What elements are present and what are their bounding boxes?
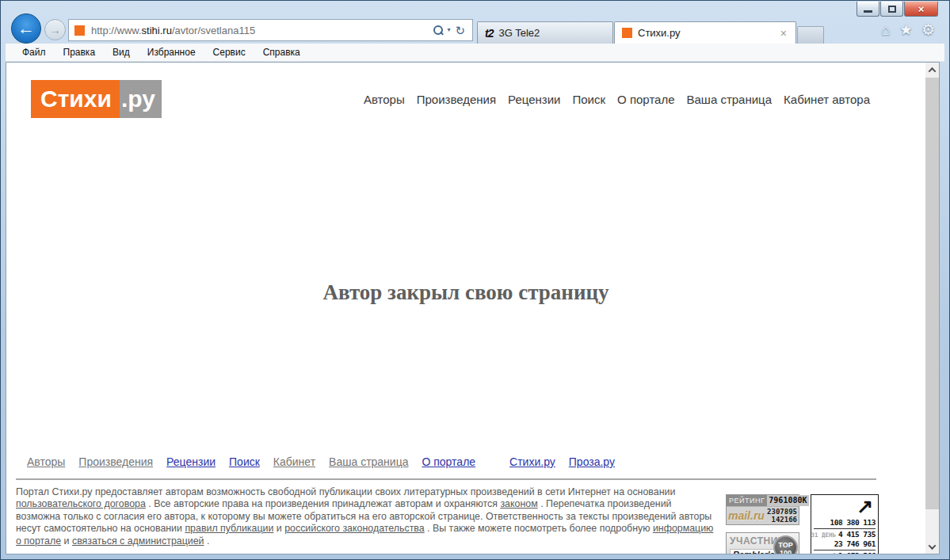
rambler-top100-circle: TOP 100: [773, 535, 798, 554]
footer-text-segment: .: [207, 535, 209, 547]
footer-text-segment: законом: [500, 498, 537, 509]
mailru-counter-1: 2307895: [767, 508, 797, 516]
bottom-nav-link[interactable]: Стихи.ру: [509, 455, 555, 468]
footer-text: Портал Стихи.ру предоставляет авторам во…: [16, 486, 715, 554]
vertical-scrollbar[interactable]: [925, 63, 939, 554]
mailru-badge-bottom: mail.ru 2307895 142166: [727, 507, 799, 524]
menu-bar: Файл Правка Вид Избранное Сервис Справка: [6, 44, 944, 62]
liveinternet-stat-value: 1 073 566: [838, 551, 876, 554]
close-icon: ×: [918, 3, 925, 15]
bottom-nav: Авторы Произведения Рецензии Поиск Кабин…: [27, 455, 925, 468]
scrollbar-thumb[interactable]: [925, 78, 939, 509]
browser-window: × ← → http://www.stihi.ru/avtor/svetlana…: [0, 0, 950, 560]
minimize-icon: [864, 10, 872, 13]
menu-item[interactable]: Сервис: [204, 44, 254, 60]
mailru-rating-value: 7961080K: [767, 495, 808, 506]
forward-button[interactable]: →: [44, 19, 66, 40]
mailru-rating-label: РЕЙТИНГ: [727, 495, 767, 506]
stihi-logo[interactable]: Стихи .ру: [31, 80, 162, 118]
page-title: Автор закрыл свою страницу: [6, 280, 925, 305]
top-nav-item[interactable]: Кабинет автора: [784, 93, 870, 106]
refresh-icon[interactable]: ↻: [452, 25, 468, 36]
search-dropdown-icon[interactable]: ▾: [445, 27, 452, 33]
bottom-nav-link[interactable]: Ваша страница: [329, 455, 408, 468]
liveinternet-arrow-icon: ↗: [814, 496, 876, 516]
favorites-star-icon[interactable]: ★: [899, 22, 913, 38]
footer-text-segment: связаться с администрацией: [72, 535, 204, 547]
bottom-nav-link[interactable]: Проза.ру: [569, 455, 615, 468]
tab-close-icon[interactable]: ×: [779, 27, 788, 40]
menu-item[interactable]: Справка: [254, 44, 309, 60]
footer-text-segment: Портал Стихи.ру предоставляет авторам во…: [16, 486, 675, 497]
liveinternet-stat-row: 31 ДЕНЬ 4 415 735: [814, 528, 876, 539]
home-icon[interactable]: ⌂: [881, 22, 890, 38]
forward-arrow-icon: →: [49, 23, 61, 36]
chevron-up-icon: [929, 67, 937, 74]
tele2-logo-icon: t2: [485, 27, 493, 40]
liveinternet-stat-value: 108 380 113: [830, 518, 876, 527]
footer-text-segment: . Все авторские права на произведения пр…: [148, 498, 500, 509]
tab-stihi-ru[interactable]: Стихи.ру ×: [614, 21, 796, 44]
menu-item[interactable]: Избранное: [139, 44, 204, 60]
maximize-icon: [888, 6, 896, 13]
menu-item[interactable]: Вид: [104, 44, 139, 60]
liveinternet-stat-value: 23 746 961: [834, 539, 876, 548]
address-bar[interactable]: http://www.stihi.ru/avtor/svetlana115 ▾ …: [68, 19, 473, 41]
bottom-nav-link[interactable]: Произведения: [78, 455, 153, 468]
menu-item[interactable]: Файл: [13, 44, 55, 60]
top-nav-item[interactable]: Рецензии: [508, 93, 560, 106]
new-tab-button[interactable]: [797, 26, 824, 44]
site-favicon: [74, 25, 85, 36]
liveinternet-counter-badge[interactable]: ↗ 108 380 113 31 ДЕНЬ 4 415 735: [811, 494, 879, 554]
footer-text-segment: и: [277, 523, 284, 534]
bottom-nav-link[interactable]: Кабинет: [273, 455, 315, 468]
liveinternet-stat-row: 07 ДНЕЙ 1 073 566: [814, 550, 876, 554]
top-nav-item[interactable]: Ваша страница: [687, 93, 773, 106]
bottom-nav-link[interactable]: О портале: [422, 455, 475, 468]
liveinternet-stat-row: 108 380 113: [814, 518, 876, 527]
back-button[interactable]: ←: [11, 13, 41, 44]
mailru-counter-2: 142166: [767, 516, 797, 524]
rambler-top-label: TOP: [775, 541, 796, 549]
mailru-logo: mail.ru: [727, 509, 765, 523]
menu-item[interactable]: Правка: [55, 44, 105, 60]
tab-label: 3G Tele2: [498, 27, 540, 39]
footer-text-segment: . Вы также можете посмотреть более подро…: [427, 523, 653, 534]
url-text[interactable]: http://www.stihi.ru/avtor/svetlana115: [91, 25, 255, 36]
logo-secondary: .ру: [120, 80, 162, 118]
footer-text-segment: правил публикации: [185, 523, 273, 534]
top-nav-item[interactable]: Произведения: [417, 93, 496, 106]
tab-3g-tele2[interactable]: t2 3G Tele2: [477, 21, 613, 44]
top-nav-item[interactable]: Поиск: [572, 93, 605, 106]
window-controls: ×: [856, 2, 938, 17]
search-icon[interactable]: [432, 25, 444, 36]
logo-primary: Стихи: [31, 80, 120, 118]
badge-column: РЕЙТИНГ 7961080K mail.ru 2307895 142166: [726, 494, 801, 554]
footer-paragraph-1: Портал Стихи.ру предоставляет авторам во…: [16, 486, 715, 547]
chevron-down-icon: [929, 542, 937, 550]
liveinternet-stat-label: 07 ДНЕЙ: [811, 552, 836, 554]
url-path: /avtor/svetlana115: [172, 25, 255, 36]
scroll-down-button[interactable]: [925, 539, 939, 554]
liveinternet-stat-row: 23 746 961: [814, 539, 876, 548]
footer: Портал Стихи.ру предоставляет авторам во…: [16, 486, 916, 554]
back-arrow-icon: ←: [17, 18, 35, 39]
bottom-nav-link[interactable]: Поиск: [229, 455, 260, 468]
bottom-nav-link[interactable]: Авторы: [27, 455, 65, 468]
url-scheme: http://www.: [91, 25, 142, 36]
top-nav-item[interactable]: Авторы: [364, 93, 405, 106]
footer-divider: [16, 478, 876, 480]
scroll-up-button[interactable]: [925, 63, 939, 77]
mailru-badge-top: РЕЙТИНГ 7961080K: [727, 495, 799, 507]
settings-gear-icon[interactable]: ⚙: [921, 22, 935, 38]
rambler-brand: Rambler's: [730, 549, 778, 554]
maximize-button[interactable]: [880, 2, 903, 17]
close-button[interactable]: ×: [904, 2, 938, 17]
mailru-rating-badge[interactable]: РЕЙТИНГ 7961080K mail.ru 2307895 142166: [726, 494, 799, 525]
top-nav-item[interactable]: О портале: [617, 93, 674, 106]
footer-text-segment: и: [64, 535, 72, 547]
minimize-button[interactable]: [857, 2, 879, 17]
tab-bar: t2 3G Tele2 Стихи.ру ×: [477, 21, 824, 44]
bottom-nav-link[interactable]: Рецензии: [166, 455, 216, 468]
rambler-top100-badge[interactable]: УЧАСТНИК Rambler's TOP 100: [726, 532, 799, 554]
